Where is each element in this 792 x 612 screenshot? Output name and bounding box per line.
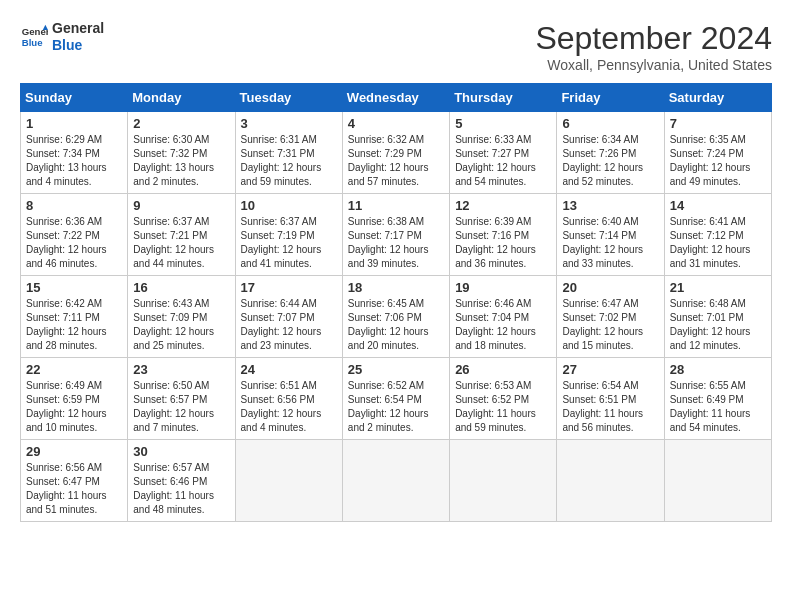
calendar-week-3: 15 Sunrise: 6:42 AMSunset: 7:11 PMDaylig… <box>21 276 772 358</box>
day-number: 27 <box>562 362 658 377</box>
calendar-cell: 24 Sunrise: 6:51 AMSunset: 6:56 PMDaylig… <box>235 358 342 440</box>
day-number: 13 <box>562 198 658 213</box>
header-saturday: Saturday <box>664 84 771 112</box>
calendar-cell: 26 Sunrise: 6:53 AMSunset: 6:52 PMDaylig… <box>450 358 557 440</box>
calendar-table: SundayMondayTuesdayWednesdayThursdayFrid… <box>20 83 772 522</box>
day-number: 26 <box>455 362 551 377</box>
calendar-cell: 5 Sunrise: 6:33 AMSunset: 7:27 PMDayligh… <box>450 112 557 194</box>
calendar-cell: 21 Sunrise: 6:48 AMSunset: 7:01 PMDaylig… <box>664 276 771 358</box>
calendar-cell: 17 Sunrise: 6:44 AMSunset: 7:07 PMDaylig… <box>235 276 342 358</box>
calendar-cell <box>557 440 664 522</box>
day-number: 1 <box>26 116 122 131</box>
cell-info: Sunrise: 6:57 AMSunset: 6:46 PMDaylight:… <box>133 462 214 515</box>
day-number: 5 <box>455 116 551 131</box>
calendar-cell: 20 Sunrise: 6:47 AMSunset: 7:02 PMDaylig… <box>557 276 664 358</box>
header-sunday: Sunday <box>21 84 128 112</box>
calendar-cell: 9 Sunrise: 6:37 AMSunset: 7:21 PMDayligh… <box>128 194 235 276</box>
cell-info: Sunrise: 6:35 AMSunset: 7:24 PMDaylight:… <box>670 134 751 187</box>
calendar-cell: 25 Sunrise: 6:52 AMSunset: 6:54 PMDaylig… <box>342 358 449 440</box>
calendar-cell: 12 Sunrise: 6:39 AMSunset: 7:16 PMDaylig… <box>450 194 557 276</box>
calendar-week-4: 22 Sunrise: 6:49 AMSunset: 6:59 PMDaylig… <box>21 358 772 440</box>
calendar-week-2: 8 Sunrise: 6:36 AMSunset: 7:22 PMDayligh… <box>21 194 772 276</box>
day-number: 8 <box>26 198 122 213</box>
calendar-cell: 29 Sunrise: 6:56 AMSunset: 6:47 PMDaylig… <box>21 440 128 522</box>
calendar-cell: 7 Sunrise: 6:35 AMSunset: 7:24 PMDayligh… <box>664 112 771 194</box>
day-number: 23 <box>133 362 229 377</box>
cell-info: Sunrise: 6:42 AMSunset: 7:11 PMDaylight:… <box>26 298 107 351</box>
calendar-cell: 28 Sunrise: 6:55 AMSunset: 6:49 PMDaylig… <box>664 358 771 440</box>
logo-text: General Blue <box>52 20 104 54</box>
cell-info: Sunrise: 6:48 AMSunset: 7:01 PMDaylight:… <box>670 298 751 351</box>
cell-info: Sunrise: 6:45 AMSunset: 7:06 PMDaylight:… <box>348 298 429 351</box>
logo-icon: General Blue <box>20 23 48 51</box>
header-wednesday: Wednesday <box>342 84 449 112</box>
day-number: 17 <box>241 280 337 295</box>
calendar-week-5: 29 Sunrise: 6:56 AMSunset: 6:47 PMDaylig… <box>21 440 772 522</box>
day-number: 25 <box>348 362 444 377</box>
cell-info: Sunrise: 6:36 AMSunset: 7:22 PMDaylight:… <box>26 216 107 269</box>
calendar-cell <box>450 440 557 522</box>
day-number: 30 <box>133 444 229 459</box>
cell-info: Sunrise: 6:34 AMSunset: 7:26 PMDaylight:… <box>562 134 643 187</box>
calendar-cell: 10 Sunrise: 6:37 AMSunset: 7:19 PMDaylig… <box>235 194 342 276</box>
day-number: 28 <box>670 362 766 377</box>
cell-info: Sunrise: 6:47 AMSunset: 7:02 PMDaylight:… <box>562 298 643 351</box>
day-number: 19 <box>455 280 551 295</box>
calendar-cell <box>342 440 449 522</box>
cell-info: Sunrise: 6:41 AMSunset: 7:12 PMDaylight:… <box>670 216 751 269</box>
calendar-cell: 27 Sunrise: 6:54 AMSunset: 6:51 PMDaylig… <box>557 358 664 440</box>
day-number: 15 <box>26 280 122 295</box>
svg-text:Blue: Blue <box>22 37 43 48</box>
cell-info: Sunrise: 6:31 AMSunset: 7:31 PMDaylight:… <box>241 134 322 187</box>
day-number: 21 <box>670 280 766 295</box>
calendar-header-row: SundayMondayTuesdayWednesdayThursdayFrid… <box>21 84 772 112</box>
cell-info: Sunrise: 6:46 AMSunset: 7:04 PMDaylight:… <box>455 298 536 351</box>
day-number: 24 <box>241 362 337 377</box>
header-monday: Monday <box>128 84 235 112</box>
calendar-cell: 3 Sunrise: 6:31 AMSunset: 7:31 PMDayligh… <box>235 112 342 194</box>
cell-info: Sunrise: 6:37 AMSunset: 7:19 PMDaylight:… <box>241 216 322 269</box>
day-number: 3 <box>241 116 337 131</box>
calendar-week-1: 1 Sunrise: 6:29 AMSunset: 7:34 PMDayligh… <box>21 112 772 194</box>
day-number: 14 <box>670 198 766 213</box>
calendar-cell: 6 Sunrise: 6:34 AMSunset: 7:26 PMDayligh… <box>557 112 664 194</box>
calendar-cell: 18 Sunrise: 6:45 AMSunset: 7:06 PMDaylig… <box>342 276 449 358</box>
calendar-cell: 2 Sunrise: 6:30 AMSunset: 7:32 PMDayligh… <box>128 112 235 194</box>
logo: General Blue General Blue <box>20 20 104 54</box>
day-number: 18 <box>348 280 444 295</box>
day-number: 6 <box>562 116 658 131</box>
header-thursday: Thursday <box>450 84 557 112</box>
cell-info: Sunrise: 6:51 AMSunset: 6:56 PMDaylight:… <box>241 380 322 433</box>
calendar-cell: 1 Sunrise: 6:29 AMSunset: 7:34 PMDayligh… <box>21 112 128 194</box>
header: General Blue General Blue September 2024… <box>20 20 772 73</box>
day-number: 29 <box>26 444 122 459</box>
cell-info: Sunrise: 6:40 AMSunset: 7:14 PMDaylight:… <box>562 216 643 269</box>
header-tuesday: Tuesday <box>235 84 342 112</box>
day-number: 12 <box>455 198 551 213</box>
cell-info: Sunrise: 6:54 AMSunset: 6:51 PMDaylight:… <box>562 380 643 433</box>
cell-info: Sunrise: 6:33 AMSunset: 7:27 PMDaylight:… <box>455 134 536 187</box>
calendar-cell: 4 Sunrise: 6:32 AMSunset: 7:29 PMDayligh… <box>342 112 449 194</box>
calendar-cell: 13 Sunrise: 6:40 AMSunset: 7:14 PMDaylig… <box>557 194 664 276</box>
cell-info: Sunrise: 6:49 AMSunset: 6:59 PMDaylight:… <box>26 380 107 433</box>
cell-info: Sunrise: 6:38 AMSunset: 7:17 PMDaylight:… <box>348 216 429 269</box>
calendar-cell: 22 Sunrise: 6:49 AMSunset: 6:59 PMDaylig… <box>21 358 128 440</box>
calendar-cell: 19 Sunrise: 6:46 AMSunset: 7:04 PMDaylig… <box>450 276 557 358</box>
cell-info: Sunrise: 6:52 AMSunset: 6:54 PMDaylight:… <box>348 380 429 433</box>
cell-info: Sunrise: 6:37 AMSunset: 7:21 PMDaylight:… <box>133 216 214 269</box>
header-friday: Friday <box>557 84 664 112</box>
day-number: 10 <box>241 198 337 213</box>
cell-info: Sunrise: 6:29 AMSunset: 7:34 PMDaylight:… <box>26 134 107 187</box>
cell-info: Sunrise: 6:44 AMSunset: 7:07 PMDaylight:… <box>241 298 322 351</box>
day-number: 2 <box>133 116 229 131</box>
day-number: 22 <box>26 362 122 377</box>
cell-info: Sunrise: 6:53 AMSunset: 6:52 PMDaylight:… <box>455 380 536 433</box>
cell-info: Sunrise: 6:30 AMSunset: 7:32 PMDaylight:… <box>133 134 214 187</box>
day-number: 11 <box>348 198 444 213</box>
day-number: 4 <box>348 116 444 131</box>
cell-info: Sunrise: 6:39 AMSunset: 7:16 PMDaylight:… <box>455 216 536 269</box>
cell-info: Sunrise: 6:56 AMSunset: 6:47 PMDaylight:… <box>26 462 107 515</box>
day-number: 16 <box>133 280 229 295</box>
calendar-cell: 16 Sunrise: 6:43 AMSunset: 7:09 PMDaylig… <box>128 276 235 358</box>
day-number: 7 <box>670 116 766 131</box>
